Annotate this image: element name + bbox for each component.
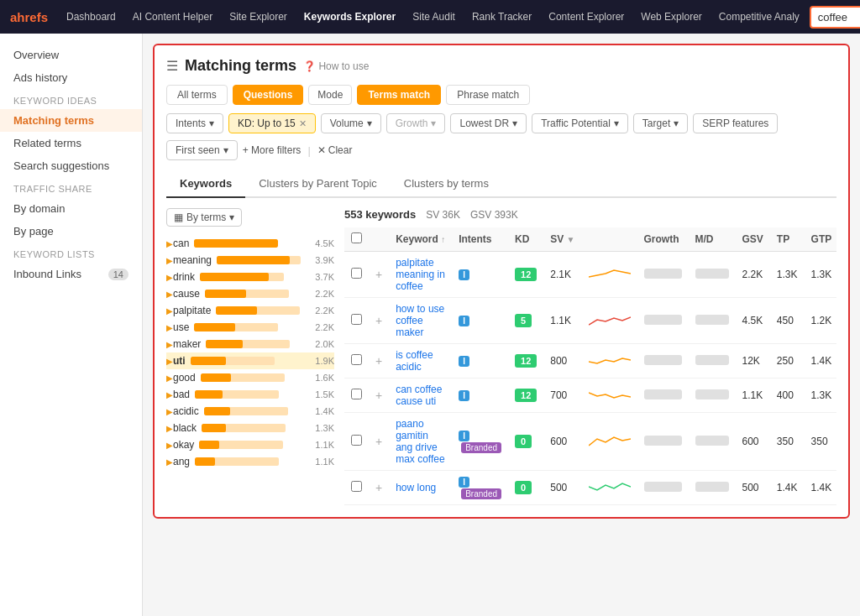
row-checkbox[interactable] (351, 354, 362, 365)
filter-volume[interactable]: Volume ▾ (321, 113, 381, 133)
add-keyword-icon[interactable]: + (375, 354, 382, 368)
search-input[interactable] (810, 6, 860, 29)
nav-web-explorer[interactable]: Web Explorer (634, 8, 708, 26)
blurred-value (695, 315, 729, 325)
keyword-link[interactable]: is coffee acidic (396, 349, 445, 373)
th-gsv[interactable]: GSV (736, 227, 770, 252)
more-filters-link[interactable]: + More filters (243, 144, 302, 156)
term-list: ▶ can 4.5K ▶ meaning (166, 235, 334, 470)
sort-icon: ↑ (441, 235, 445, 244)
hamburger-icon[interactable]: ☰ (166, 58, 178, 74)
term-bar-fill (206, 340, 243, 348)
select-all-checkbox[interactable] (351, 232, 362, 243)
th-keyword[interactable]: Keyword ↑ (389, 227, 452, 252)
clear-button[interactable]: ✕ Clear (317, 144, 353, 156)
term-item[interactable]: ▶ okay 1.1K (166, 436, 334, 453)
sidebar-item-inbound-links[interactable]: Inbound Links 14 (0, 263, 142, 285)
nav-site-audit[interactable]: Site Audit (406, 8, 462, 26)
kw-tab-clusters-terms[interactable]: Clusters by terms (391, 170, 502, 198)
nav-site-explorer[interactable]: Site Explorer (223, 8, 294, 26)
how-to-link[interactable]: ❓ How to use (303, 60, 369, 72)
add-keyword-icon[interactable]: + (375, 389, 382, 402)
term-item[interactable]: ▶ good 1.6K (166, 369, 334, 386)
keyword-link[interactable]: palpitate meaning in coffee (396, 257, 445, 292)
term-item[interactable]: ▶ uti 1.9K (166, 352, 334, 369)
row-gtp-cell: 1.2K (805, 298, 836, 344)
th-kd[interactable]: KD (508, 227, 543, 252)
th-growth[interactable]: Growth (637, 227, 689, 252)
filter-lowest-dr[interactable]: Lowest DR ▾ (450, 113, 527, 133)
term-item[interactable]: ▶ palpitate 2.2K (166, 302, 334, 319)
add-keyword-icon[interactable]: + (375, 268, 382, 281)
nav-keywords-explorer[interactable]: Keywords Explorer (297, 8, 402, 26)
filter-traffic-potential[interactable]: Traffic Potential ▾ (532, 113, 628, 133)
tab-terms-match[interactable]: Terms match (357, 85, 441, 105)
row-checkbox[interactable] (351, 389, 362, 399)
term-bar: drink (173, 271, 315, 283)
tab-phrase-match[interactable]: Phrase match (446, 85, 530, 105)
row-checkbox-cell (344, 471, 369, 505)
nav-content-explorer[interactable]: Content Explorer (542, 8, 631, 26)
row-sparkline-cell (582, 252, 637, 298)
add-keyword-icon[interactable]: + (375, 481, 382, 494)
add-keyword-icon[interactable]: + (375, 314, 382, 327)
term-item[interactable]: ▶ ang 1.1K (166, 453, 334, 470)
term-value: 1.6K (315, 373, 334, 383)
th-intents[interactable]: Intents (452, 227, 508, 252)
kd-clear-icon[interactable]: ✕ (299, 118, 307, 129)
term-arrow-icon: ▶ (166, 390, 173, 399)
nav-competitive[interactable]: Competitive Analy (712, 8, 806, 26)
keyword-link[interactable]: can coffee cause uti (396, 384, 445, 407)
term-bar-fill (191, 357, 226, 365)
sidebar-item-search-suggestions[interactable]: Search suggestions (0, 154, 142, 177)
keyword-link[interactable]: paano gamitin ang drive max coffee (396, 418, 445, 465)
nav-dashboard[interactable]: Dashboard (60, 8, 123, 26)
sidebar-item-matching-terms[interactable]: Matching terms (0, 109, 142, 132)
by-terms-button[interactable]: ▦ By terms ▾ (166, 208, 242, 227)
nav-ai-content[interactable]: AI Content Helper (126, 8, 219, 26)
term-bar-fill (200, 273, 269, 281)
term-bar: black (173, 422, 315, 434)
keyword-link[interactable]: how long (396, 482, 445, 493)
row-checkbox[interactable] (351, 481, 362, 492)
th-md[interactable]: M/D (689, 227, 736, 252)
term-item[interactable]: ▶ maker 2.0K (166, 336, 334, 352)
th-tp[interactable]: TP (770, 227, 805, 252)
term-value: 2.2K (315, 305, 334, 316)
row-checkbox[interactable] (351, 435, 362, 446)
sidebar-item-related-terms[interactable]: Related terms (0, 132, 142, 154)
kw-tab-keywords[interactable]: Keywords (166, 170, 245, 198)
sidebar-item-by-domain[interactable]: By domain (0, 197, 142, 220)
kw-tab-clusters-parent[interactable]: Clusters by Parent Topic (245, 170, 391, 198)
filter-growth[interactable]: Growth ▾ (386, 113, 446, 133)
row-sv-cell: 600 (543, 413, 581, 471)
filter-serp[interactable]: SERP features (693, 113, 778, 133)
sidebar-item-by-page[interactable]: By page (0, 220, 142, 243)
row-checkbox[interactable] (351, 314, 362, 325)
filter-target[interactable]: Target ▾ (633, 113, 688, 133)
sidebar-item-ads-history[interactable]: Ads history (0, 66, 142, 89)
filter-intents[interactable]: Intents ▾ (166, 113, 223, 133)
term-name: okay (173, 439, 194, 451)
add-keyword-icon[interactable]: + (375, 435, 382, 448)
tab-questions[interactable]: Questions (233, 85, 304, 105)
term-item[interactable]: ▶ can 4.5K (166, 235, 334, 252)
term-item[interactable]: ▶ bad 1.5K (166, 386, 334, 403)
th-sv[interactable]: SV ▼ (543, 227, 581, 252)
term-item[interactable]: ▶ drink 3.7K (166, 269, 334, 285)
filter-kd[interactable]: KD: Up to 15 ✕ (228, 113, 316, 133)
tab-mode[interactable]: Mode (308, 85, 352, 105)
term-item[interactable]: ▶ meaning 3.9K (166, 252, 334, 269)
row-checkbox[interactable] (351, 268, 362, 279)
sidebar-item-overview[interactable]: Overview (0, 44, 142, 66)
filter-first-seen[interactable]: First seen ▾ (166, 140, 238, 160)
term-item[interactable]: ▶ use 2.2K (166, 319, 334, 336)
term-item[interactable]: ▶ black 1.3K (166, 420, 334, 436)
nav-rank-tracker[interactable]: Rank Tracker (465, 8, 538, 26)
term-item[interactable]: ▶ cause 2.2K (166, 285, 334, 302)
term-item[interactable]: ▶ acidic 1.4K (166, 403, 334, 420)
mode-tabs-row: All terms Questions Mode Terms match Phr… (166, 85, 836, 105)
th-gtp[interactable]: GTP (805, 227, 836, 252)
keyword-link[interactable]: how to use coffee maker (396, 303, 445, 338)
tab-all-terms[interactable]: All terms (166, 85, 228, 105)
